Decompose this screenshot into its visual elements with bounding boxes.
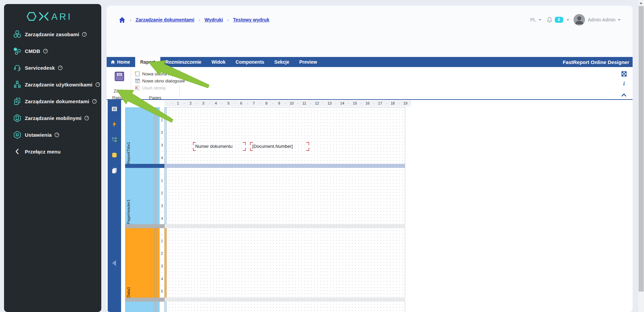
avatar[interactable] [574, 14, 585, 25]
tab-widok[interactable]: Widok [206, 57, 230, 67]
scrollbar-thumb[interactable] [639, 6, 644, 292]
band-partial-header[interactable] [125, 302, 154, 312]
info-button[interactable]: i [623, 80, 625, 87]
sidebar-item-label: Zarządzanie użytkownikami [25, 82, 93, 87]
band-data1: Data1 ·1·2·3·4·5 [107, 228, 633, 298]
main-content: Zarządzanie dokumentami Wydruki Testowy … [107, 6, 633, 312]
sidebar-item-label: Zarządzanie dokumentami [25, 99, 89, 104]
band-resize-bar[interactable] [107, 298, 633, 302]
band-name: Data1 [126, 228, 130, 298]
home-link[interactable] [119, 17, 125, 23]
home-icon [119, 17, 125, 23]
chevron-left-icon [12, 148, 22, 154]
band-canvas[interactable] [167, 302, 405, 312]
user-name[interactable]: Admin Admin [588, 17, 615, 22]
sidebar-item-label: Zarządzanie mobilnymi [25, 115, 82, 121]
new-report-page-item[interactable]: Nowa strona raportu [135, 70, 182, 77]
band-partial [107, 302, 633, 312]
band-pageheader1-header[interactable]: PageHeader1 [125, 168, 154, 224]
mobile-icon [12, 114, 22, 123]
band-resize-handle[interactable] [125, 164, 164, 168]
gauge-icon [84, 116, 89, 121]
tab-label: Home [117, 59, 130, 65]
tab-home[interactable]: Home [107, 57, 135, 67]
bell-icon [547, 17, 552, 23]
ribbon-tab-bar: Home Raport Rozmieszczenie Widok Compone… [107, 57, 633, 67]
vertical-ruler: ·1·2·3·4 [160, 168, 164, 224]
band-data1-header[interactable]: Data1 [125, 228, 154, 298]
sidebar-item-label: Ustawienia [25, 132, 52, 138]
tab-rozmieszczenie[interactable]: Rozmieszczenie [160, 57, 206, 67]
language-selector[interactable]: PL [530, 17, 536, 22]
header-controls: PL 0 Admin Admin [530, 14, 621, 25]
band-edge [157, 168, 160, 224]
gauge-icon [82, 32, 87, 37]
chevron-down-icon[interactable] [618, 19, 621, 21]
selection-corner-icon [250, 142, 253, 145]
band-resize-bar[interactable] [107, 224, 633, 228]
sidebar-item-mobile[interactable]: Zarządzanie mobilnymi [4, 111, 101, 125]
servicedesk-icon [12, 63, 22, 72]
tab-label: Preview [299, 59, 317, 65]
new-dialog-icon [135, 78, 140, 83]
band-canvas[interactable] [167, 228, 405, 298]
band-canvas[interactable] [167, 168, 405, 224]
svg-text:ARI: ARI [51, 11, 72, 22]
page-margin-strip [164, 107, 167, 164]
text-object-content: [Document.Number] [252, 142, 293, 151]
gauge-icon [92, 99, 97, 104]
fastreport-designer: Home Raport Rozmieszczenie Widok Compone… [107, 57, 633, 312]
tab-raport[interactable]: Raport [135, 57, 160, 67]
sidebar-item-assets[interactable]: Zarządzanie zasobami [4, 27, 101, 42]
menu-item-label: Usuń stronę [142, 85, 166, 90]
band-reporttitle1: ReportTitle1 ·1·2·3·4 Numer dokumentu [107, 107, 633, 164]
gauge-icon [58, 65, 63, 70]
scroll-up-icon[interactable] [640, 2, 642, 4]
new-dialog-page-item[interactable]: Nowe okno dialogowe [135, 77, 185, 84]
sidebar-item-settings[interactable]: Ustawienia [4, 127, 101, 142]
group-separator [131, 68, 131, 97]
band-resize-handle[interactable] [125, 224, 164, 228]
users-icon [12, 80, 22, 89]
sidebar-item-documents[interactable]: Zarządzanie dokumentami [4, 94, 101, 109]
band-resize-bar[interactable] [107, 164, 633, 168]
sidebar-item-servicedesk[interactable]: Servicedesk [4, 60, 101, 75]
band-name: ReportTitle1 [126, 107, 130, 164]
breadcrumb-link-documents[interactable]: Zarządzanie dokumentami [136, 17, 194, 22]
band-edge [157, 107, 160, 164]
chevron-down-icon[interactable] [539, 19, 541, 21]
band-canvas[interactable]: Numer dokumentu [Document.Number] [167, 107, 405, 164]
collapse-ribbon-button[interactable] [622, 92, 626, 98]
breadcrumb-link-wydruki[interactable]: Wydruki [205, 17, 223, 22]
page-margin-strip [164, 302, 167, 312]
text-object-content: Numer dokumentu [195, 142, 232, 151]
sidebar-item-users[interactable]: Zarządzanie użytkownikami [4, 77, 101, 92]
text-object-numer-dokumentu[interactable]: Numer dokumentu [193, 142, 246, 151]
breadcrumb-current[interactable]: Testowy wydruk [233, 17, 269, 22]
sidebar-toggle[interactable]: Przełącz menu [4, 144, 101, 159]
tab-preview[interactable]: Preview [294, 57, 322, 67]
sidebar-toggle-label: Przełącz menu [25, 149, 61, 154]
text-object-document-number[interactable]: [Document.Number] [250, 142, 309, 151]
ruler-corner [123, 101, 164, 107]
gauge-icon [95, 82, 100, 87]
band-resize-track [164, 224, 405, 228]
tab-components[interactable]: Components [230, 57, 269, 67]
chevron-down-icon[interactable] [567, 19, 569, 21]
sidebar-item-cmdb[interactable]: CMDB [4, 44, 101, 58]
selection-corner-icon [243, 142, 246, 145]
selection-corner-icon [193, 142, 196, 145]
notifications-bell[interactable] [547, 17, 552, 23]
page-scrollbar[interactable] [638, 0, 644, 312]
fullscreen-button[interactable] [621, 71, 627, 78]
vertical-ruler: ·1·2·3·4·5 [160, 228, 164, 298]
save-button[interactable]: Zapisz [113, 71, 125, 88]
band-resize-handle[interactable] [125, 298, 164, 302]
save-button-label: Zapisz [111, 88, 129, 93]
oxari-logo[interactable]: ARI [4, 10, 101, 23]
tab-sekcje[interactable]: Sekcje [269, 57, 294, 67]
band-reporttitle1-header[interactable]: ReportTitle1 [125, 107, 154, 164]
band-pageheader1: PageHeader1 ·1·2·3·4 [107, 168, 633, 224]
band-edge [157, 228, 160, 298]
selection-corner-icon [243, 148, 246, 151]
